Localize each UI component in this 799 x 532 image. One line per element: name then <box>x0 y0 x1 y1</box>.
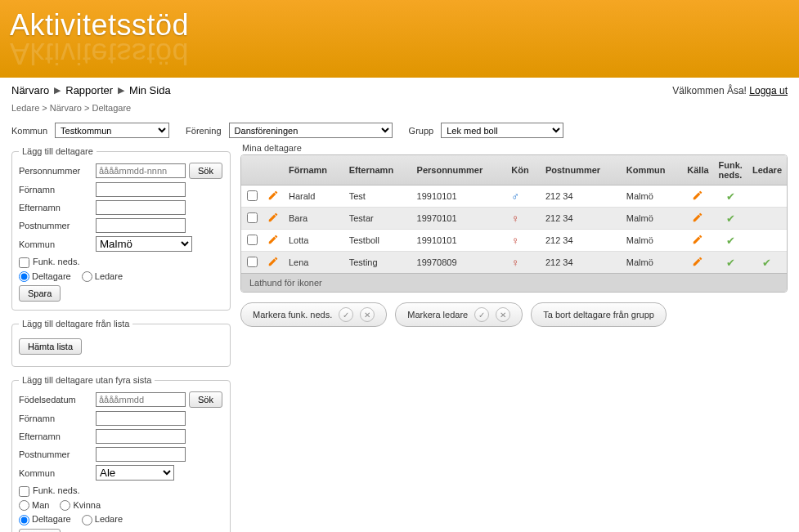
pencil-icon[interactable] <box>267 212 279 223</box>
efternamn-input[interactable] <box>96 200 186 215</box>
row-checkbox[interactable] <box>247 190 258 201</box>
breadcrumb-deltagare[interactable]: Deltagare <box>92 103 131 113</box>
welcome-user: Åsa <box>727 85 744 96</box>
postnummer-label2: Postnummer <box>19 449 92 459</box>
deltagare-radio[interactable] <box>19 271 29 282</box>
col-pnr[interactable]: Personnummer <box>412 155 507 186</box>
col-fornamn[interactable]: Förnamn <box>284 155 344 186</box>
source-pencil-icon[interactable] <box>692 259 703 269</box>
edit-row-icon[interactable] <box>267 193 279 203</box>
edit-row-icon[interactable] <box>267 215 279 225</box>
logout-link[interactable]: Logga ut <box>749 85 788 96</box>
kommun-select[interactable]: Testkommun <box>55 123 169 138</box>
table-row: LenaTesting19970809♀212 34Malmö✔✔ <box>241 252 787 274</box>
man-radio-label[interactable]: Man <box>19 500 49 510</box>
col-efternamn[interactable]: Efternamn <box>344 155 412 186</box>
edit-row-icon[interactable] <box>267 259 279 269</box>
cell-ledare <box>747 186 787 208</box>
fornamn-input[interactable] <box>96 182 186 197</box>
pencil-icon[interactable] <box>267 256 279 267</box>
funk-neds-checkbox-label[interactable]: Funk. neds. <box>19 257 79 266</box>
cell-fornamn: Bara <box>284 208 344 230</box>
col-funk[interactable]: Funk. neds. <box>714 155 747 186</box>
postnummer-input[interactable] <box>96 218 186 233</box>
markera-ledare-button[interactable]: Markera ledare ✓ ✕ <box>395 302 523 327</box>
markera-funk-button[interactable]: Markera funk. neds. ✓ ✕ <box>240 302 387 327</box>
efternamn-input2[interactable] <box>96 429 186 444</box>
row-checkbox[interactable] <box>247 235 258 245</box>
row-checkbox[interactable] <box>247 257 258 267</box>
spara-button[interactable]: Spara <box>19 285 61 302</box>
man-radio[interactable] <box>19 500 29 511</box>
sok-button[interactable]: Sök <box>189 163 222 179</box>
top-bar: Närvaro ▶ Rapporter ▶ Min Sida Välkommen… <box>0 78 799 100</box>
deltagare-radio2[interactable] <box>19 515 29 525</box>
breadcrumb-narvaro[interactable]: Närvaro <box>50 103 82 113</box>
ledare-radio2-label[interactable]: Ledare <box>82 514 123 524</box>
kvinna-radio-label[interactable]: Kvinna <box>60 500 101 510</box>
check-icon[interactable]: ✓ <box>474 307 489 322</box>
spara-button2[interactable]: Spara <box>19 529 61 532</box>
ta-bort-button[interactable]: Ta bort deltagare från grupp <box>531 302 667 327</box>
cross-icon[interactable]: ✕ <box>496 307 510 322</box>
female-icon: ♀ <box>511 212 519 225</box>
check-icon: ✔ <box>726 257 735 269</box>
personnummer-input[interactable] <box>96 163 186 178</box>
fodelsedatum-input[interactable] <box>96 392 186 407</box>
female-icon: ♀ <box>511 235 519 247</box>
col-kommun[interactable]: Kommun <box>622 155 683 186</box>
cell-kommun: Malmö <box>622 208 683 230</box>
ledare-radio[interactable] <box>82 271 92 282</box>
sok-button2[interactable]: Sök <box>189 391 222 408</box>
pencil-icon[interactable] <box>692 256 703 267</box>
edit-row-icon[interactable] <box>267 237 279 247</box>
check-icon[interactable]: ✓ <box>339 307 353 322</box>
pencil-icon[interactable] <box>692 190 703 201</box>
grupp-label: Grupp <box>409 126 434 136</box>
grupp-select[interactable]: Lek med boll <box>441 123 563 138</box>
table-row: BaraTestar19970101♀212 34Malmö✔ <box>241 208 787 230</box>
tab-narvaro[interactable]: Närvaro <box>11 84 49 96</box>
breadcrumb-ledare[interactable]: Ledare <box>11 103 39 113</box>
cross-icon[interactable]: ✕ <box>360 307 375 322</box>
funk-neds-checkbox2[interactable] <box>19 486 29 497</box>
kommun-select3[interactable]: Ale <box>96 465 174 481</box>
lathund-bar[interactable]: Lathund för ikoner <box>241 273 787 292</box>
tab-minsida[interactable]: Min Sida <box>129 84 171 96</box>
ledare-radio-label[interactable]: Ledare <box>82 271 123 281</box>
source-pencil-icon[interactable] <box>692 193 703 203</box>
col-kalla[interactable]: Källa <box>682 155 713 186</box>
source-pencil-icon[interactable] <box>692 237 703 247</box>
forening-select[interactable]: Dansföreningen <box>229 123 393 138</box>
col-postnr[interactable]: Postnummer <box>541 155 622 186</box>
bulk-actions: Markera funk. neds. ✓ ✕ Markera ledare ✓… <box>240 302 788 327</box>
check-icon: ✔ <box>726 212 735 225</box>
deltagare-radio-label[interactable]: Deltagare <box>19 271 71 281</box>
deltagare-table-wrap: Förnamn Efternamn Personnummer Kön Postn… <box>240 154 788 293</box>
cell-funk: ✔ <box>714 186 747 208</box>
postnummer-input2[interactable] <box>96 447 186 462</box>
row-checkbox[interactable] <box>247 212 258 223</box>
kvinna-radio[interactable] <box>60 500 70 511</box>
pencil-icon[interactable] <box>267 190 279 201</box>
funk-neds-checkbox2-label[interactable]: Funk. neds. <box>19 485 79 495</box>
fornamn-input2[interactable] <box>96 411 186 426</box>
ledare-radio2[interactable] <box>82 515 92 525</box>
kommun-select2[interactable]: Malmö <box>96 236 192 252</box>
postnummer-label: Postnummer <box>19 221 92 230</box>
col-ledare[interactable]: Ledare <box>747 155 787 186</box>
col-kon[interactable]: Kön <box>506 155 541 186</box>
pencil-icon[interactable] <box>692 234 703 245</box>
pencil-icon[interactable] <box>267 234 279 245</box>
cell-fornamn: Lotta <box>284 230 344 252</box>
pencil-icon[interactable] <box>692 212 703 223</box>
hamta-lista-button[interactable]: Hämta lista <box>19 338 82 355</box>
col-checkbox <box>241 155 263 186</box>
cell-kon: ♀ <box>506 208 541 230</box>
cell-efternamn: Testboll <box>344 230 412 252</box>
cell-efternamn: Testar <box>344 208 412 230</box>
funk-neds-checkbox[interactable] <box>19 257 29 268</box>
source-pencil-icon[interactable] <box>692 215 703 225</box>
tab-rapporter[interactable]: Rapporter <box>65 84 113 96</box>
deltagare-radio2-label[interactable]: Deltagare <box>19 514 71 524</box>
